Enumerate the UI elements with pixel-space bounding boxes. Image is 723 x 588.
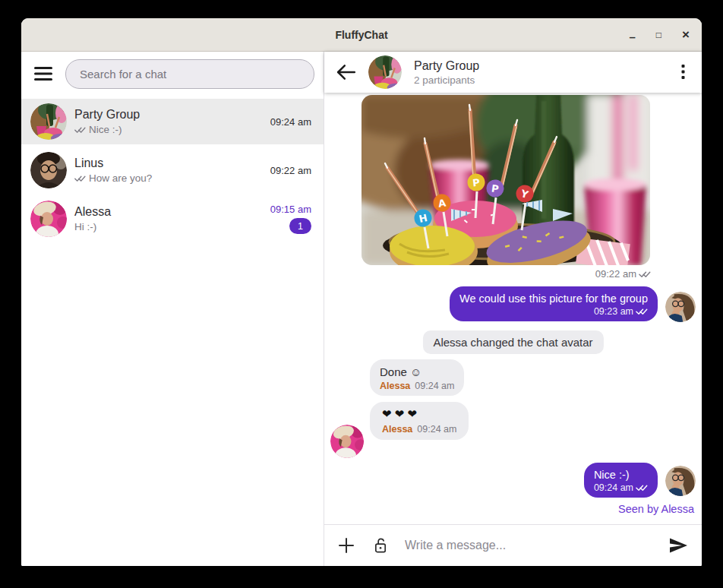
back-icon[interactable]: [336, 64, 356, 81]
chat-header-avatar[interactable]: [368, 55, 402, 89]
message-meta: Alessa 09:24 am: [382, 424, 456, 435]
message-time: 09:22 am: [595, 268, 636, 280]
encryption-lock-open-icon[interactable]: [374, 537, 388, 554]
sender-name: Alessa: [380, 381, 410, 391]
own-avatar[interactable]: [665, 466, 696, 496]
title-bar[interactable]: FluffyChat – □ ×: [21, 18, 702, 52]
sent-read-icon: [636, 484, 648, 492]
send-icon[interactable]: [669, 538, 688, 553]
party-group-avatar: [30, 103, 67, 140]
photo-message[interactable]: H A P P Y: [362, 95, 650, 265]
chat-preview: Hi :-): [74, 221, 96, 232]
chat-name: Alessa: [74, 205, 270, 219]
add-attachment-icon[interactable]: [338, 537, 355, 554]
sidebar-toolbar: [21, 52, 324, 96]
message-time: 09:24 am: [417, 424, 456, 435]
message-text: Nice :-): [594, 469, 648, 481]
peer-message-bubble[interactable]: ❤ ❤ ❤ Alessa 09:24 am: [370, 402, 469, 440]
chat-subtitle: 2 participants: [414, 74, 479, 86]
photo-message-meta: 09:22 am: [595, 268, 651, 280]
chat-event-notice: Alessa changed the chat avatar: [422, 330, 603, 354]
chat-name: Party Group: [74, 108, 270, 122]
read-receipt-icon: [74, 126, 86, 134]
read-receipt-icon: [74, 175, 86, 182]
chat-time: 09:22 am: [270, 165, 311, 176]
own-message-bubble[interactable]: We could use this picture for the group …: [450, 286, 658, 321]
chat-list: Party Group Nice :-) 09:24 am Linus: [21, 96, 324, 245]
message-text: We could use this picture for the group: [459, 292, 648, 305]
chat-header: Party Group 2 participants: [324, 52, 702, 93]
sent-read-icon: [639, 270, 651, 278]
chat-row-party-group[interactable]: Party Group Nice :-) 09:24 am: [21, 99, 324, 144]
party-photo: H A P P Y: [362, 95, 650, 265]
chat-name: Linus: [74, 156, 270, 170]
chat-header-titles[interactable]: Party Group 2 participants: [414, 59, 479, 86]
app-window: FluffyChat – □ ×: [21, 18, 702, 566]
alessa-avatar[interactable]: [330, 425, 364, 458]
search-field[interactable]: [65, 59, 314, 89]
chat-time: 09:24 am: [270, 116, 311, 128]
sent-read-icon: [636, 308, 648, 315]
svg-text:P: P: [472, 177, 481, 189]
sender-name: Alessa: [382, 424, 412, 435]
chat-time: 09:15 am: [270, 204, 311, 215]
minimize-button[interactable]: –: [629, 31, 635, 43]
message-time: 09:23 am: [594, 306, 633, 317]
message-time: 09:24 am: [415, 381, 454, 391]
search-input[interactable]: [66, 68, 314, 81]
chat-title: Party Group: [414, 59, 479, 73]
message-meta: Alessa 09:24 am: [380, 381, 454, 391]
overflow-menu-icon[interactable]: [681, 65, 685, 80]
message-text: ❤ ❤ ❤: [382, 406, 456, 422]
chat-preview: How are you?: [89, 172, 152, 184]
message-timeline: H A P P Y 09:22 am W: [324, 93, 702, 524]
chat-row-alessa[interactable]: Alessa Hi :-) 09:15 am 1: [21, 196, 324, 242]
maximize-button[interactable]: □: [656, 30, 661, 40]
message-composer: [324, 524, 702, 566]
chat-preview: Nice :-): [89, 124, 122, 135]
linus-avatar: [30, 152, 67, 188]
peer-message-bubble[interactable]: Done ☺ Alessa 09:24 am: [370, 359, 464, 396]
chat-list-sidebar: Party Group Nice :-) 09:24 am Linus: [21, 52, 324, 566]
message-input[interactable]: [403, 538, 660, 553]
close-button[interactable]: ×: [682, 28, 690, 41]
own-avatar[interactable]: [665, 292, 696, 322]
message-text: Done ☺: [380, 365, 454, 378]
message-meta: 09:23 am: [459, 306, 648, 317]
unread-badge: 1: [289, 218, 311, 234]
window-title: FluffyChat: [21, 29, 702, 41]
alessa-avatar: [30, 201, 67, 237]
message-time: 09:24 am: [594, 482, 633, 493]
chat-panel: Party Group 2 participants: [324, 52, 702, 566]
chat-row-linus[interactable]: Linus How are you? 09:22 am: [21, 147, 324, 193]
message-meta: 09:24 am: [594, 482, 648, 493]
seen-by-status: Seen by Alessa: [618, 503, 694, 515]
own-message-bubble[interactable]: Nice :-) 09:24 am: [584, 463, 658, 498]
svg-text:A: A: [437, 197, 447, 209]
menu-icon[interactable]: [33, 66, 53, 81]
